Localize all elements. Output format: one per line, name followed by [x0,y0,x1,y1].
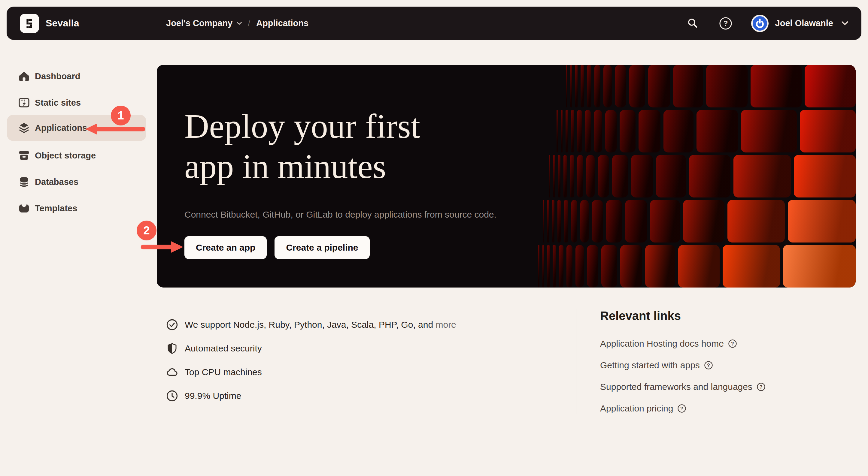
user-menu-chevron-icon[interactable] [842,21,848,25]
link-frameworks[interactable]: Supported frameworks and languages ? [600,376,766,398]
static-sites-icon [18,97,30,109]
search-icon[interactable] [686,17,699,30]
top-navbar: Sevalla Joel's Company / Applications ? [7,7,861,40]
hero-title: Deploy your firstapp in minutes [184,106,420,187]
templates-icon [18,202,30,214]
help-circle-icon: ? [677,404,686,413]
feature-text: Automated security [185,343,262,353]
company-switcher[interactable]: Joel's Company [166,18,242,28]
breadcrumb: Joel's Company / Applications [166,7,308,40]
cloud-icon [166,366,178,378]
feature-cpu: Top CPU machines [166,360,456,384]
create-pipeline-button[interactable]: Create a pipeline [275,236,369,259]
feature-text: We support Node.js, Ruby, Python, Java, … [185,320,456,330]
hero-card: Deploy your firstapp in minutes Connect … [157,65,856,287]
home-icon [18,70,30,82]
sidebar-item-label: Static sites [35,98,81,108]
step-2-arrow [141,240,185,254]
navbar-right: ? Joel Olawanle [686,7,848,40]
breadcrumb-separator: / [248,19,250,28]
sidebar-item-label: Templates [35,203,77,213]
svg-text:?: ? [707,363,710,368]
link-docs-home[interactable]: Application Hosting docs home ? [600,333,766,354]
link-pricing[interactable]: Application pricing ? [600,398,766,419]
create-app-button[interactable]: Create an app [184,236,267,259]
sidebar-item-databases[interactable]: Databases [7,169,146,195]
feature-security: Automated security [166,336,456,360]
feature-languages: We support Node.js, Ruby, Python, Java, … [166,313,456,336]
svg-text:?: ? [731,341,734,346]
breadcrumb-page: Applications [256,18,308,28]
sidebar-item-label: Databases [35,177,79,187]
relevant-links-heading: Relevant links [600,309,766,322]
brand[interactable]: Sevalla [20,14,79,33]
svg-text:?: ? [760,384,763,389]
more-link[interactable]: more [435,320,456,330]
object-storage-icon [18,149,30,162]
sidebar-item-dashboard[interactable]: Dashboard [7,63,146,90]
check-circle-icon [166,319,178,331]
help-circle-icon: ? [756,382,766,392]
databases-icon [18,176,30,188]
sevalla-logo-icon [20,14,39,33]
step-1-arrow [84,122,148,136]
feature-text: 99.9% Uptime [185,391,241,401]
link-getting-started[interactable]: Getting started with apps ? [600,354,766,376]
feature-list: We support Node.js, Ruby, Python, Java, … [166,313,456,408]
chevron-down-icon [237,22,242,25]
relevant-links-list: Application Hosting docs home ? Getting … [600,333,766,419]
feature-text: Top CPU machines [185,367,262,377]
help-icon[interactable]: ? [719,16,733,30]
sidebar-item-label: Object storage [35,151,96,161]
clock-icon [166,390,178,402]
sidebar-item-templates[interactable]: Templates [7,195,146,222]
relevant-links: Relevant links Application Hosting docs … [600,309,766,419]
company-name: Joel's Company [166,18,232,28]
user-avatar[interactable] [751,15,769,32]
brand-name: Sevalla [45,18,79,29]
sidebar-item-label: Applications [35,123,87,133]
hero-actions: Create an app Create a pipeline [184,236,370,259]
feature-uptime: 99.9% Uptime [166,384,456,408]
vertical-divider [576,309,576,414]
svg-text:?: ? [723,19,728,27]
help-circle-icon: ? [728,339,737,348]
shield-icon [166,342,178,354]
svg-text:?: ? [681,406,684,411]
sidebar-item-object-storage[interactable]: Object storage [7,142,146,169]
hero-subtitle: Connect Bitbucket, GitHub, or GitLab to … [184,209,496,220]
step-2-badge: 2 [137,220,156,240]
sidebar-item-label: Dashboard [35,71,80,81]
power-icon [752,15,768,31]
applications-icon [18,122,30,134]
user-name[interactable]: Joel Olawanle [775,18,833,28]
help-circle-icon: ? [704,361,713,370]
